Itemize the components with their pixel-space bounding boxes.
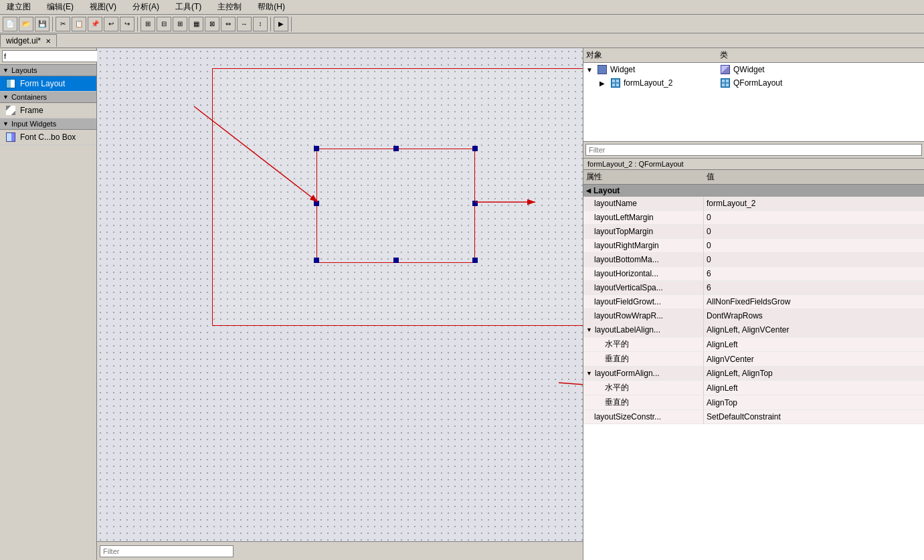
formalign-name-label: layoutFormAlign... [595, 369, 660, 378]
toolbar-undo[interactable]: ↩ [104, 17, 118, 31]
prop-value-bottommargin[interactable]: 0 [704, 253, 924, 266]
formlayout-widget[interactable] [316, 149, 475, 263]
widget-item-fontcombo[interactable]: Font C...bo Box [0, 130, 96, 145]
prop-subrow-labelalign-v: 垂直的 AlignVCenter [583, 352, 924, 367]
labelalign-expand-arrow[interactable]: ▼ [586, 326, 592, 333]
tree-col-header-class: 类 [720, 50, 921, 61]
toolbar-redo[interactable]: ↪ [120, 17, 134, 31]
prop-name-rightmargin: layoutRightMargin [583, 239, 704, 252]
widget-item-frame[interactable]: Frame [0, 103, 96, 118]
input-icon-shape [6, 132, 15, 142]
toolbar-spacer-h[interactable]: ↔ [237, 17, 252, 31]
toolbar: 📄 📂 💾 ✂ 📋 📌 ↩ ↪ ⊞ ⊟ ⊞ ▦ ⊠ ⇔ ↔ ↕ ▶ [0, 15, 924, 33]
toolbar-save[interactable]: 💾 [35, 17, 50, 31]
prop-value-rightmargin[interactable]: 0 [704, 239, 924, 252]
prop-section-layout[interactable]: ◀ Layout [583, 185, 924, 197]
handle-br[interactable] [472, 258, 478, 263]
prop-value-leftmargin[interactable]: 0 [704, 211, 924, 224]
handle-bc[interactable] [393, 258, 399, 263]
toolbar-hbox[interactable]: ⊞ [141, 17, 155, 31]
prop-header-value: 值 [707, 171, 921, 183]
prop-row-fieldgrowth: layoutFieldGrowt... AllNonFixedFieldsGro… [583, 295, 924, 309]
tree-item-formlayout2[interactable]: ▶ formLayout_2 QFormLayout [583, 76, 924, 90]
canvas-bottom [97, 541, 583, 560]
tree-item-widget[interactable]: ▼ Widget QWidget [583, 63, 924, 76]
inputs-section-label: Input Widgets [11, 120, 56, 128]
prop-row-hspacing: layoutHorizontal... 6 [583, 267, 924, 281]
prop-subrow-formalign-h: 水平的 AlignLeft [583, 381, 924, 395]
widget-box: ✕ ▼ Layouts Form Layout ▼ Containers [0, 48, 97, 560]
formalign-expand-arrow[interactable]: ▼ [586, 370, 592, 377]
section-layout-arrow: ◀ [586, 187, 591, 194]
prop-value-rowwrap[interactable]: DontWrapRows [704, 309, 924, 322]
menu-item-view[interactable]: 视图(V) [86, 0, 120, 14]
canvas-area[interactable] [97, 48, 583, 541]
toolbar-vbox[interactable]: ⊟ [157, 17, 171, 31]
prop-sub-value-formalign-v[interactable]: AlignTop [704, 396, 924, 409]
menu-item-edit[interactable]: 编辑(E) [43, 0, 78, 14]
prop-name-topmargin: layoutTopMargin [583, 225, 704, 238]
prop-name-bottommargin: layoutBottomMa... [583, 253, 704, 266]
containers-section-header[interactable]: ▼ Containers [0, 92, 96, 103]
toolbar-cut[interactable]: ✂ [56, 17, 70, 31]
prop-value-sizeconstraint[interactable]: SetDefaultConstraint [704, 410, 924, 424]
file-tab-widget[interactable]: widget.ui* ✕ [0, 34, 57, 47]
prop-sub-value-formalign-h[interactable]: AlignLeft [704, 381, 924, 395]
handle-mr[interactable] [472, 201, 478, 206]
prop-value-vspacing[interactable]: 6 [704, 281, 924, 294]
toolbar-open[interactable]: 📂 [19, 17, 33, 31]
prop-value-fieldgrowth[interactable]: AllNonFixedFieldsGrow [704, 295, 924, 308]
menu-item-build[interactable]: 建立图 [3, 0, 35, 14]
menu-item-help[interactable]: 帮助(H) [254, 0, 289, 14]
main-container: ✕ ▼ Layouts Form Layout ▼ Containers [0, 48, 924, 560]
handle-tc[interactable] [393, 146, 399, 151]
file-tab-close[interactable]: ✕ [45, 37, 51, 45]
toolbar-break[interactable]: ⊠ [205, 17, 219, 31]
toolbar-paste[interactable]: 📌 [88, 17, 102, 31]
prop-value-labelalign: AlignLeft, AlignVCenter [704, 323, 924, 337]
menu-item-tools[interactable]: 工具(T) [171, 0, 205, 14]
toolbar-new[interactable]: 📄 [3, 17, 17, 31]
toolbar-copy[interactable]: 📋 [72, 17, 86, 31]
tree-formlayout2-name: formLayout_2 [624, 78, 672, 88]
widget-item-formlayout[interactable]: Form Layout [0, 76, 96, 92]
file-tab: widget.ui* ✕ [0, 33, 924, 48]
prop-value-topmargin[interactable]: 0 [704, 225, 924, 238]
layouts-section-label: Layouts [11, 66, 37, 74]
handle-tr[interactable] [472, 146, 478, 151]
toolbar-spacer-v[interactable]: ↕ [253, 17, 268, 31]
inputs-section-header[interactable]: ▼ Input Widgets [0, 118, 96, 130]
prop-row-bottommargin: layoutBottomMa... 0 [583, 253, 924, 267]
qwidget-tree-icon [720, 64, 731, 75]
toolbar-adjust[interactable]: ⇔ [221, 17, 236, 31]
toolbar-form[interactable]: ▦ [189, 17, 203, 31]
prop-value-formalign: AlignLeft, AlignTop [704, 367, 924, 380]
object-tree: ▼ Widget QWidget [583, 63, 924, 141]
toolbar-preview[interactable]: ▶ [274, 17, 288, 31]
prop-name-layoutname: layoutName [583, 197, 704, 210]
prop-value-layoutname[interactable]: formLayout_2 [704, 197, 924, 210]
prop-name-labelalign[interactable]: ▼ layoutLabelAlign... [583, 323, 704, 337]
tree-formlayout2-class: QFormLayout [733, 78, 782, 88]
handle-bl[interactable] [314, 258, 319, 263]
widget-search-input[interactable] [2, 50, 98, 62]
handle-tl[interactable] [314, 146, 319, 151]
handle-ml[interactable] [314, 201, 319, 206]
prop-filter-input[interactable] [585, 144, 922, 156]
prop-value-hspacing[interactable]: 6 [704, 267, 924, 280]
widget-section-containers: ▼ Containers Frame [0, 92, 96, 118]
toolbar-group-file: 📄 📂 💾 [3, 17, 53, 31]
prop-sub-value-labelalign-h[interactable]: AlignLeft [704, 338, 924, 351]
section-layout-label: Layout [593, 186, 620, 195]
prop-name-formalign[interactable]: ▼ layoutFormAlign... [583, 367, 704, 380]
prop-row-sizeconstraint: layoutSizeConstr... SetDefaultConstraint [583, 410, 924, 424]
prop-sub-value-labelalign-v[interactable]: AlignVCenter [704, 353, 924, 366]
toolbar-grid[interactable]: ⊞ [173, 17, 187, 31]
layouts-section-header[interactable]: ▼ Layouts [0, 65, 96, 76]
menu-item-main[interactable]: 主控制 [213, 0, 246, 14]
prop-sub-name-formalign-h: 水平的 [583, 381, 704, 395]
tree-expand-formlayout2[interactable]: ▶ [599, 80, 610, 87]
canvas-bottom-filter-input[interactable] [100, 545, 234, 557]
menu-item-analyze[interactable]: 分析(A) [128, 0, 163, 14]
tree-expand-widget[interactable]: ▼ [586, 66, 597, 74]
